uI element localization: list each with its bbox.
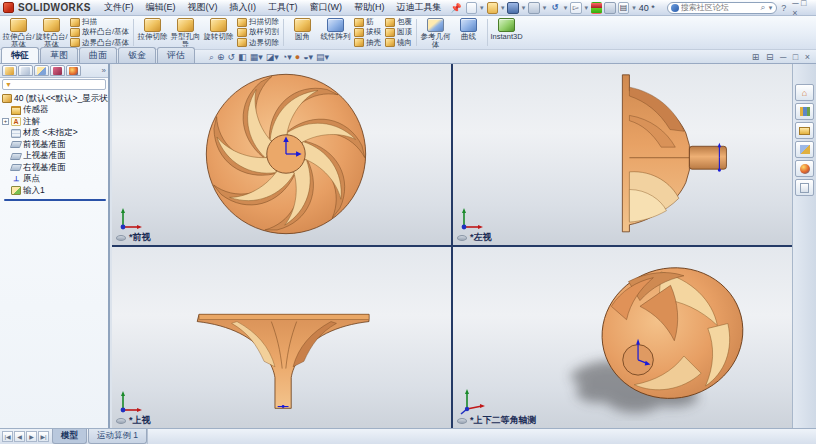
property-manager-tab[interactable] bbox=[18, 65, 33, 76]
community-search-box[interactable]: ⌕ ▾ bbox=[667, 2, 777, 14]
expand-icon[interactable]: + bbox=[2, 118, 9, 125]
save-dropdown-icon[interactable]: ▾ bbox=[522, 4, 526, 12]
section-view-icon[interactable]: ◧ bbox=[238, 53, 247, 62]
solidworks-resources-tab[interactable]: ⌂ bbox=[795, 84, 814, 101]
revolved-boss-button[interactable]: 旋转凸台/基体 bbox=[35, 17, 68, 48]
tree-filter-box[interactable]: ▼ bbox=[2, 79, 106, 90]
apply-scene-icon[interactable]: ◒▾ bbox=[303, 53, 313, 62]
view-settings-icon[interactable]: ▤▾ bbox=[316, 53, 329, 62]
help-button[interactable]: ? bbox=[779, 3, 788, 13]
tree-item-sensors[interactable]: 传感器 bbox=[2, 105, 108, 117]
tab-sketch[interactable]: 草图 bbox=[40, 47, 78, 63]
dome-button[interactable]: 圆顶 bbox=[385, 27, 412, 37]
new-dropdown-icon[interactable]: ▾ bbox=[480, 4, 484, 12]
toolbox-tab[interactable] bbox=[795, 141, 814, 158]
next-tab-button[interactable]: ▶ bbox=[26, 431, 37, 442]
search-icon[interactable]: ⌕ bbox=[761, 2, 766, 13]
tree-item-material[interactable]: 材质 <未指定> bbox=[2, 128, 108, 140]
select-tool-button[interactable]: ▻ bbox=[570, 2, 581, 14]
extruded-cut-button[interactable]: 拉伸切除 bbox=[136, 17, 169, 48]
menu-file[interactable]: 文件(F) bbox=[99, 0, 139, 15]
rib-button[interactable]: 筋 bbox=[354, 17, 381, 27]
menu-view[interactable]: 视图(V) bbox=[182, 0, 222, 15]
display-style-icon[interactable]: ◪▾ bbox=[266, 53, 279, 62]
viewport-label[interactable]: *左视 bbox=[457, 231, 492, 244]
document-window-controls[interactable]: ⊞ ⊟ ─ □ × bbox=[752, 52, 816, 62]
hide-show-items-icon[interactable]: ◔▾ bbox=[282, 53, 292, 62]
menu-help[interactable]: 帮助(H) bbox=[349, 0, 390, 15]
rebuild-button[interactable] bbox=[591, 2, 602, 14]
first-tab-button[interactable]: |◀ bbox=[2, 431, 13, 442]
viewport-top[interactable]: *上视 bbox=[112, 247, 451, 428]
curves-button[interactable]: 曲线 bbox=[452, 17, 485, 48]
viewport-label[interactable]: *上视 bbox=[116, 414, 151, 427]
tree-root-part[interactable]: 40 (默认<<默认>_显示状态 1>) bbox=[2, 93, 108, 105]
menu-window[interactable]: 窗口(W) bbox=[304, 0, 347, 15]
tree-item-top-plane[interactable]: 上视基准面 bbox=[2, 151, 108, 163]
swept-cut-button[interactable]: 扫描切除 bbox=[237, 17, 279, 27]
window-controls[interactable]: ─ □ × bbox=[790, 0, 813, 18]
view-orientation-icon[interactable]: ▦▾ bbox=[250, 53, 263, 62]
menu-tools[interactable]: 工具(T) bbox=[263, 0, 303, 15]
viewport-dimetric[interactable]: *上下二等角轴测 bbox=[453, 247, 792, 428]
custom-properties-tab[interactable] bbox=[795, 179, 814, 196]
lofted-cut-button[interactable]: 放样切割 bbox=[237, 27, 279, 37]
configuration-manager-tab[interactable] bbox=[34, 65, 49, 76]
mirror-button[interactable]: 镜向 bbox=[385, 38, 412, 48]
pin-menu-icon[interactable]: 📌 bbox=[450, 3, 461, 13]
viewport-label[interactable]: *上下二等角轴测 bbox=[457, 414, 537, 427]
reference-geometry-button[interactable]: 参考几何体 bbox=[419, 17, 452, 48]
prev-tab-button[interactable]: ◀ bbox=[14, 431, 25, 442]
tab-surfaces[interactable]: 曲面 bbox=[79, 47, 117, 63]
tree-item-annotations[interactable]: + A 注解 bbox=[2, 116, 108, 128]
menu-maidi-tools[interactable]: 迈迪工具集 bbox=[391, 0, 446, 15]
search-dropdown-icon[interactable]: ▾ bbox=[769, 4, 773, 12]
design-library-tab[interactable] bbox=[795, 103, 814, 120]
swept-boss-button[interactable]: 扫描 bbox=[70, 17, 129, 27]
options-dropdown-icon[interactable]: ▾ bbox=[632, 4, 636, 12]
draft-button[interactable]: 拔模 bbox=[354, 27, 381, 37]
hole-wizard-button[interactable]: 异型孔向导 bbox=[169, 17, 202, 48]
appearances-tab[interactable] bbox=[795, 160, 814, 177]
tree-item-origin[interactable]: ⊥ 原点 bbox=[2, 174, 108, 186]
feature-tree-tab[interactable] bbox=[2, 65, 17, 76]
lofted-boss-button[interactable]: 放样凸台/基体 bbox=[70, 27, 129, 37]
chevron-right-icon[interactable]: » bbox=[102, 66, 106, 75]
select-dropdown-icon[interactable]: ▾ bbox=[585, 4, 589, 12]
tab-features[interactable]: 特征 bbox=[1, 47, 39, 63]
extruded-boss-button[interactable]: 拉伸凸台/基体 bbox=[2, 17, 35, 48]
previous-view-icon[interactable]: ↺ bbox=[228, 53, 236, 62]
file-properties-button[interactable] bbox=[604, 2, 615, 14]
print-button[interactable] bbox=[528, 2, 539, 14]
linear-pattern-button[interactable]: 线性阵列 bbox=[319, 17, 352, 48]
fillet-button[interactable]: 圆角 bbox=[286, 17, 319, 48]
search-input[interactable] bbox=[681, 3, 759, 12]
tab-evaluate[interactable]: 评估 bbox=[157, 47, 195, 63]
tree-item-front-plane[interactable]: 前视基准面 bbox=[2, 139, 108, 151]
edit-appearance-icon[interactable]: ● bbox=[295, 53, 300, 62]
undo-button[interactable]: ↺ bbox=[549, 2, 560, 14]
zoom-fit-icon[interactable]: ⌕ bbox=[209, 53, 214, 62]
motion-study-tab[interactable]: 运动算例 1 bbox=[88, 429, 147, 444]
display-manager-tab[interactable] bbox=[66, 65, 81, 76]
zoom-area-icon[interactable]: ⊕ bbox=[217, 53, 225, 62]
rollback-bar[interactable] bbox=[4, 199, 106, 201]
last-tab-button[interactable]: ▶| bbox=[38, 431, 49, 442]
boundary-cut-button[interactable]: 边界切除 bbox=[237, 38, 279, 48]
viewport-front[interactable]: *前视 bbox=[112, 64, 451, 245]
print-dropdown-icon[interactable]: ▾ bbox=[543, 4, 547, 12]
viewport-left[interactable]: *左视 bbox=[453, 64, 792, 245]
instant3d-button[interactable]: Instant3D bbox=[490, 17, 523, 48]
new-document-button[interactable] bbox=[466, 2, 477, 14]
shell-button[interactable]: 抽壳 bbox=[354, 38, 381, 48]
save-button[interactable] bbox=[507, 2, 518, 14]
menu-insert[interactable]: 插入(I) bbox=[224, 0, 261, 15]
viewport-label[interactable]: *前视 bbox=[116, 231, 151, 244]
wrap-button[interactable]: 包覆 bbox=[385, 17, 412, 27]
menu-edit[interactable]: 编辑(E) bbox=[140, 0, 180, 15]
tree-item-right-plane[interactable]: 右视基准面 bbox=[2, 162, 108, 174]
open-dropdown-icon[interactable]: ▾ bbox=[501, 4, 505, 12]
tree-item-imported1[interactable]: 输入1 bbox=[2, 185, 108, 197]
undo-dropdown-icon[interactable]: ▾ bbox=[564, 4, 568, 12]
options-button[interactable]: ▤ bbox=[618, 2, 629, 14]
